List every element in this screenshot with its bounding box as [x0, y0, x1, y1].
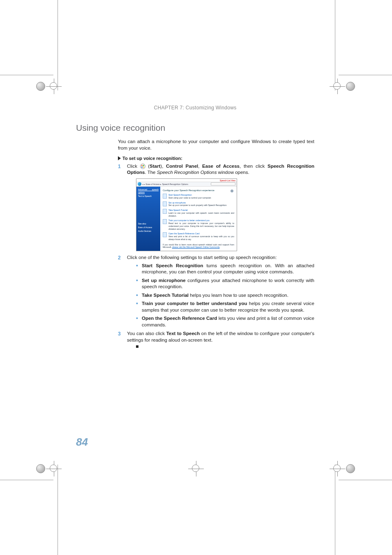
section-title: Using voice recognition: [76, 123, 314, 133]
bullet-set-up-microphone: Set up microphone configures your attach…: [136, 278, 314, 290]
step-1: Click (Start), Control Panel, Ease of Ac…: [118, 163, 314, 251]
procedure-heading: To set up voice recognition:: [118, 155, 314, 162]
speech-recognition-options-screenshot: Speech List View « ▸ Ease of Access ▸ Sp…: [136, 178, 237, 251]
registration-mark-icon: [331, 456, 356, 481]
bullet-open-speech-reference-card: Open the Speech Reference Card lets you …: [136, 315, 314, 328]
registration-mark-icon: [36, 456, 61, 481]
registration-mark-icon: [331, 74, 356, 99]
intro-paragraph: You can attach a microphone to your comp…: [118, 139, 314, 151]
back-button-icon: [138, 182, 141, 186]
bullet-train-your-computer: Train your computer to better understand…: [136, 301, 314, 313]
registration-mark-icon: [36, 74, 61, 99]
search-input: [211, 183, 235, 185]
breadcrumb: « ▸ Ease of Access ▸ Speech Recognition …: [142, 183, 188, 186]
reference-card-icon: [163, 232, 167, 237]
tutorial-icon: [163, 209, 167, 214]
page-number: 84: [76, 436, 88, 449]
registration-mark-icon: [184, 456, 208, 481]
sidebar: Advanced speech options Text to Speech S…: [136, 187, 160, 251]
step-3: You can also click Text to Speech on the…: [118, 331, 314, 350]
windows-start-icon: [140, 164, 145, 169]
end-of-procedure-icon: [136, 345, 138, 348]
step-2: Click one of the following settings to s…: [118, 254, 314, 328]
mic-icon: [163, 194, 167, 199]
triangle-bullet-icon: [118, 156, 121, 160]
train-icon: [163, 219, 167, 224]
bullet-start-speech-recognition: Start Speech Recognition turns speech re…: [136, 263, 314, 275]
gear-icon: [231, 190, 233, 192]
bullet-take-speech-tutorial: Take Speech Tutorial helps you learn how…: [136, 292, 314, 299]
chapter-header: CHAPTER 7: Customizing Windows: [76, 105, 314, 111]
mic-setup-icon: [163, 201, 167, 206]
